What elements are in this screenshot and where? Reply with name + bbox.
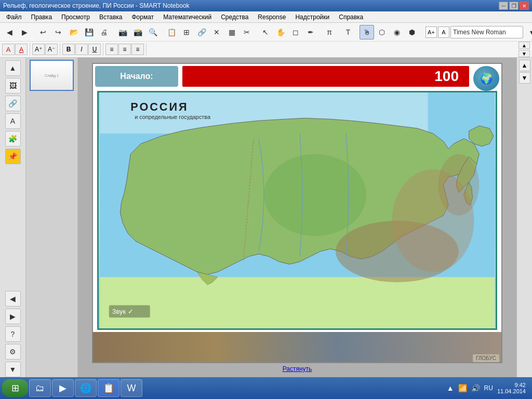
clock: 9:42 11.04.2014 (497, 382, 526, 394)
toolbar-row1: ◀ ▶ ↩ ↪ 📂 💾 🖨 📷 📸 🔍 📋 ⊞ 🔗 ✕ ▦ (0, 23, 532, 42)
back-button[interactable]: ◀ (2, 25, 17, 39)
decrease-size[interactable]: A⁻ (45, 44, 58, 55)
start-button[interactable]: Начало: (95, 66, 178, 87)
map-content: РОССИЯ и сопредельные государства Звук ✓ (99, 92, 496, 328)
menu-tools[interactable]: Средства (217, 12, 252, 22)
menu-file[interactable]: Файл (2, 12, 26, 22)
table-button[interactable]: ⊞ (179, 25, 194, 39)
underline-button[interactable]: U (88, 44, 101, 55)
sidebar-note-tool[interactable]: 📌 (5, 149, 21, 164)
lang-indicator[interactable]: RU (484, 384, 493, 392)
right-scroll-up[interactable]: ▲ (519, 60, 530, 71)
restore-button[interactable]: ❐ (509, 2, 518, 10)
screenshot-button[interactable]: 📷 (115, 25, 130, 39)
stretch-link[interactable]: Растянуть (283, 365, 312, 373)
taskbar-media[interactable]: ▶ (52, 379, 74, 397)
lasso-button[interactable]: ⬡ (375, 25, 389, 39)
menu-help[interactable]: Справка (335, 12, 367, 22)
taskbar-ie[interactable]: 🌐 (75, 379, 97, 397)
sidebar-image-tool[interactable]: 🖼 (5, 78, 21, 94)
sidebar-left-arrow[interactable]: ◀ (5, 291, 21, 307)
separator11 (60, 43, 60, 56)
save-button[interactable]: 💾 (82, 25, 96, 39)
bold-button[interactable]: B (62, 44, 75, 55)
text-highlight[interactable]: A (15, 44, 28, 55)
close-button[interactable]: ✕ (520, 2, 529, 10)
slide-bottom-badge: ГЛОБУС (473, 354, 499, 362)
start-button[interactable]: ⊞ (2, 379, 28, 397)
map-svg: РОССИЯ и сопредельные государства Звук ✓ (99, 92, 496, 328)
canvas-area: Начало: 100 🌍 (78, 58, 516, 378)
sidebar-right-arrow[interactable]: ▶ (5, 309, 21, 324)
slide-topbar: Начало: 100 🌍 (93, 64, 501, 89)
camera-button[interactable]: 📸 (130, 25, 145, 39)
sidebar-nav-up[interactable]: ▲ (5, 60, 21, 76)
sidebar-text-tool[interactable]: A (5, 113, 21, 129)
file-group: 📂 💾 🖨 (66, 25, 111, 39)
sidebar-nav-down[interactable]: ▼ (5, 362, 21, 377)
taskbar-explorer[interactable]: 🗂 (29, 379, 51, 397)
undo-button[interactable]: ↩ (36, 25, 50, 39)
right-scroll-down[interactable]: ▼ (519, 72, 530, 84)
taskbar-word[interactable]: W (121, 379, 142, 397)
align-right[interactable]: ≡ (131, 44, 144, 55)
tray-arrow[interactable]: ▲ (447, 384, 454, 392)
redo-button[interactable]: ↪ (51, 25, 65, 39)
font-size-up[interactable]: A+ (425, 26, 437, 38)
separator10 (30, 43, 30, 56)
svg-text:Звук ✓: Звук ✓ (112, 308, 134, 315)
search-button[interactable]: 🔍 (145, 25, 160, 39)
forward-button[interactable]: ▶ (17, 25, 32, 39)
text-color-a[interactable]: A (2, 44, 15, 55)
marker-button[interactable]: ◉ (390, 25, 404, 39)
tray-network[interactable]: 📶 (458, 384, 467, 392)
font-dropdown-button[interactable]: ▾ (524, 25, 532, 39)
stamp-button[interactable]: ⬢ (405, 25, 419, 39)
pi-button[interactable]: π (322, 25, 337, 39)
delete-button[interactable]: ✕ (209, 25, 224, 39)
sidebar-settings-tool[interactable]: ⚙ (5, 344, 21, 360)
hand-button[interactable]: ✋ (273, 25, 288, 39)
text-button[interactable]: T (341, 25, 355, 39)
sidebar-link-tool[interactable]: 🔗 (5, 96, 21, 111)
scroll-down-arrow[interactable]: ▼ (518, 50, 530, 57)
font-size-normal[interactable]: A (438, 26, 449, 38)
taskbar-smart[interactable]: 📋 (98, 379, 119, 397)
align-center[interactable]: ≡ (118, 44, 131, 55)
svg-point-17 (438, 154, 479, 215)
clock-date: 11.04.2014 (497, 388, 526, 394)
print-button[interactable]: 🖨 (97, 25, 111, 39)
paste-button[interactable]: 📋 (164, 25, 179, 39)
open-button[interactable]: 📂 (66, 25, 81, 39)
score-bar: 100 (182, 66, 469, 87)
menu-edit[interactable]: Правка (27, 12, 57, 22)
menu-format[interactable]: Формат (127, 12, 158, 22)
pen-button[interactable]: ✒ (303, 25, 318, 39)
sidebar-puzzle-tool[interactable]: 🧩 (5, 131, 21, 147)
cursor-button[interactable]: ↖ (258, 25, 273, 39)
menu-addons[interactable]: Надстройки (291, 12, 334, 22)
tray-volume[interactable]: 🔊 (471, 384, 480, 392)
scroll-up-arrow[interactable]: ▲ (518, 42, 530, 49)
link-button[interactable]: 🔗 (194, 25, 209, 39)
extra-button[interactable]: ✂ (240, 25, 254, 39)
slide-thumbnail-1[interactable]: Слайд 1 (30, 60, 74, 91)
eraser-button[interactable]: ◻ (288, 25, 303, 39)
increase-size[interactable]: A⁺ (32, 44, 45, 55)
select-button[interactable]: 🖱 (360, 25, 374, 39)
grid-button[interactable]: ▦ (224, 25, 239, 39)
align-left[interactable]: ≡ (105, 44, 118, 55)
menu-view[interactable]: Просмотр (57, 12, 94, 22)
menu-math[interactable]: Математический (159, 12, 216, 22)
menu-insert[interactable]: Вставка (95, 12, 127, 22)
title-bar: Рельеф, геологическое строение, ПИ Росси… (0, 0, 532, 11)
clock-time: 9:42 (515, 382, 526, 388)
italic-button[interactable]: I (75, 44, 88, 55)
minimize-button[interactable]: ─ (499, 2, 508, 10)
menu-response[interactable]: Response (254, 12, 290, 22)
svg-text:и сопредельные государства: и сопредельные государства (135, 114, 211, 120)
edit-group: 📷 📸 🔍 (115, 25, 160, 39)
sidebar-help-tool[interactable]: ? (5, 326, 21, 342)
font-name-input[interactable] (450, 26, 523, 38)
font-selector: A+ A ▾ (425, 25, 532, 39)
